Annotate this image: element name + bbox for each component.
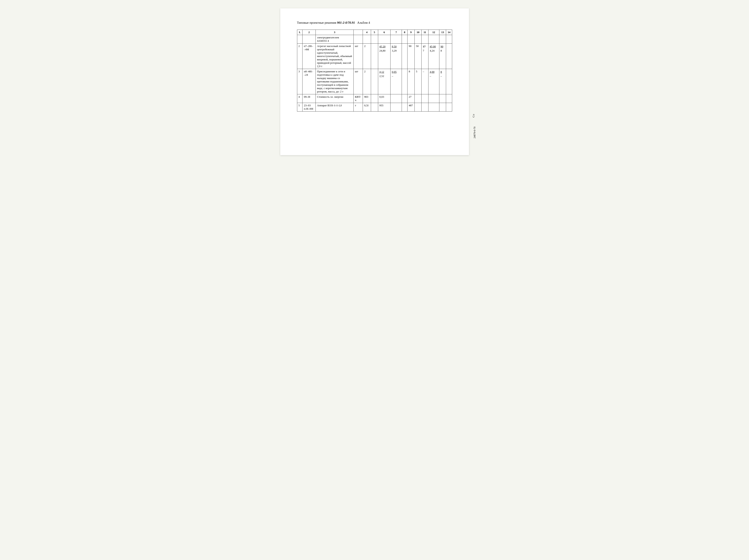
main-table: I. 2 3 4 5 6 7 8 9 10 11 12 13 14 xyxy=(297,29,452,111)
page: Типовые проектные решения 901-2-0/70.91 … xyxy=(280,8,469,155)
cell-col9: 27 xyxy=(407,94,414,103)
cell-col14 xyxy=(446,94,452,103)
cell-col12 xyxy=(428,35,439,44)
cell-col9: 8 xyxy=(407,69,414,94)
cell-code: п8–48I– –24 xyxy=(302,69,316,94)
cell-col14 xyxy=(446,35,452,44)
cell-code: 23–03 п.0I–00I xyxy=(302,103,316,111)
cell-col8 xyxy=(402,103,407,111)
cell-col13: 90 8 xyxy=(439,44,446,69)
cell-col12 xyxy=(428,94,439,103)
th-9: 8 xyxy=(402,30,407,35)
cell-col6: 0,03 xyxy=(378,94,390,103)
cell-desc: Агрегат насосный лопастной центробежный … xyxy=(316,44,354,69)
cell-col7 xyxy=(390,103,402,111)
table-row: электродвигателем4АМ355 4 xyxy=(297,35,452,44)
val-45-20: 45,20 xyxy=(380,45,386,48)
cell-col12: 45,00 4,24 xyxy=(428,44,439,69)
cell-num: 3 xyxy=(297,69,302,94)
cell-desc: Присоединение к сети и подготовка к сдач… xyxy=(316,69,354,94)
th-12: 11 xyxy=(421,30,428,35)
cell-desc: Аппарат В33I–I–I–I,0 xyxy=(316,103,354,111)
cell-col14 xyxy=(446,69,452,94)
th-11: 10 xyxy=(415,30,422,35)
cell-col13 xyxy=(439,103,446,111)
th-7: 6 xyxy=(378,30,390,35)
th-10: 9 xyxy=(407,30,414,35)
table-row: 4 09–0I Стоимость эл. энергии КВТ/ч 903 … xyxy=(297,94,452,103)
table-row: 2 п7–28I– –4М Агрегат насосный лопастной… xyxy=(297,44,452,69)
cell-col13 xyxy=(439,35,446,44)
cell-num: 5 xyxy=(297,103,302,111)
th-8: 7 xyxy=(390,30,402,35)
cell-desc: Стоимость эл. энергии xyxy=(316,94,354,103)
cell-col9: 487 xyxy=(407,103,414,111)
cell-unit xyxy=(354,35,363,44)
cell-col7: 8,50 3,29 xyxy=(390,44,402,69)
title-doc: 901-2-0/70.91 xyxy=(337,21,355,24)
cell-qty xyxy=(363,35,371,44)
th-14: 13 xyxy=(439,30,446,35)
cell-col10: 5 xyxy=(415,69,422,94)
cell-col12: 4,00 – xyxy=(428,69,439,94)
cell-col10 xyxy=(415,103,422,111)
cell-col7 xyxy=(390,35,402,44)
val-8-50: 8,50 xyxy=(392,45,397,48)
side-label-doc: 24879-0-70 xyxy=(473,127,476,138)
cell-desc: электродвигателем4АМ355 4 xyxy=(316,35,354,44)
cell-col6: 45,20 24,80 xyxy=(378,44,390,69)
th-13: 12 xyxy=(428,30,439,35)
cell-col8 xyxy=(402,44,407,69)
cell-col8 xyxy=(402,69,407,94)
cell-col9 xyxy=(407,35,414,44)
page-title: Типовые проектные решения 901-2-0/70.91 … xyxy=(297,21,452,24)
side-label-co: Со xyxy=(472,114,475,117)
cell-qty: 2 xyxy=(363,44,371,69)
cell-col5b xyxy=(371,103,378,111)
cell-num: 2 xyxy=(297,44,302,69)
cell-unit: шт xyxy=(354,69,363,94)
th-6: 5 xyxy=(371,30,378,35)
cell-col11 xyxy=(421,103,428,111)
cell-qty: 0,5I xyxy=(363,103,371,111)
cell-code: п7–28I– –4М xyxy=(302,44,316,69)
cell-unit: КВТ/ч xyxy=(354,94,363,103)
cell-col5b xyxy=(371,35,378,44)
cell-unit: шт xyxy=(354,44,363,69)
cell-col6 xyxy=(378,35,390,44)
cell-col11: 17 7 xyxy=(421,44,428,69)
cell-col13: 8 – xyxy=(439,69,446,94)
val-8: 8 xyxy=(441,70,442,73)
th-1: I. xyxy=(297,30,302,35)
cell-col11: – xyxy=(421,69,428,94)
title-suffix: Альбом 4 xyxy=(357,21,370,24)
cell-qty: 903 xyxy=(363,94,371,103)
val-4-12: 4,12 xyxy=(380,70,384,73)
cell-col6: 4,12 2,52 xyxy=(378,69,390,94)
cell-unit: т xyxy=(354,103,363,111)
val-0-05: 0,05 xyxy=(392,70,397,73)
cell-code xyxy=(302,35,316,44)
val-45-00: 45,00 xyxy=(430,45,436,48)
cell-code: 09–0I xyxy=(302,94,316,103)
val-4-00: 4,00 xyxy=(430,70,434,73)
cell-col9: 90 xyxy=(407,44,414,69)
cell-col7 xyxy=(390,94,402,103)
title-prefix: Типовые проектные решения xyxy=(297,21,336,24)
cell-col10 xyxy=(415,35,422,44)
cell-num xyxy=(297,35,302,44)
th-3: 3 xyxy=(316,30,354,35)
table-row: 3 п8–48I– –24 Присоединение к сети и под… xyxy=(297,69,452,94)
th-2: 2 xyxy=(302,30,316,35)
th-4 xyxy=(354,30,363,35)
table-header-row: I. 2 3 4 5 6 7 8 9 10 11 12 13 14 xyxy=(297,30,452,35)
cell-col10 xyxy=(415,94,422,103)
cell-col13 xyxy=(439,94,446,103)
cell-col6: 955 xyxy=(378,103,390,111)
cell-col5b xyxy=(371,69,378,94)
cell-col8 xyxy=(402,35,407,44)
th-5: 4 xyxy=(363,30,371,35)
cell-col5b xyxy=(371,94,378,103)
cell-col5b xyxy=(371,44,378,69)
cell-qty: 2 xyxy=(363,69,371,94)
